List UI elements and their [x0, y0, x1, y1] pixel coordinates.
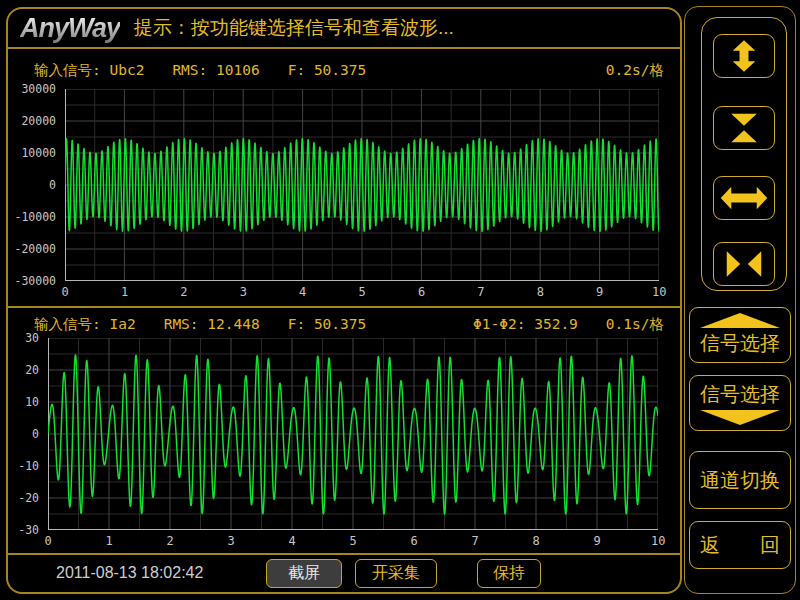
rms-value: RMS: 10106: [172, 62, 259, 78]
timebase-value: 0.2s/格: [606, 61, 664, 80]
y-tick-label: 30000: [21, 82, 56, 96]
expand-vertical-button[interactable]: [713, 34, 775, 78]
waveform-plot: [48, 338, 658, 530]
waveform-panel-voltage: 输入信号: Ubc2 RMS: 10106 F: 50.375 0.2s/格 3…: [8, 49, 680, 308]
zoom-button-group: [701, 17, 787, 291]
compress-horizontal-button[interactable]: [713, 242, 775, 286]
y-tick-label: -10000: [14, 210, 56, 224]
start-capture-button[interactable]: 开采集: [355, 559, 437, 588]
y-tick-label: 20000: [21, 114, 56, 128]
frequency-value: F: 50.375: [288, 62, 367, 78]
signal-label: 输入信号: Ia2: [34, 315, 136, 334]
signal-select-up-label: 信号选择: [700, 330, 780, 357]
compress-vertical-button[interactable]: [713, 106, 775, 150]
x-tick-label: 2: [180, 285, 187, 299]
screenshot-button[interactable]: 截屏: [266, 559, 342, 588]
expand-horizontal-button[interactable]: [713, 176, 775, 220]
compress-vertical-icon: [720, 111, 768, 145]
x-tick-label: 9: [596, 285, 603, 299]
expand-vertical-icon: [720, 39, 768, 73]
waveform-plot: [65, 89, 659, 281]
y-tick-label: 0: [49, 178, 56, 192]
x-tick-label: 5: [359, 285, 366, 299]
phase-difference-value: Φ1-Φ2: 352.9: [473, 316, 578, 332]
y-tick-label: 0: [32, 427, 39, 441]
x-tick-label: 10: [651, 534, 665, 548]
waveform-canvas: [48, 338, 658, 530]
signal-select-down-label: 信号选择: [700, 381, 780, 408]
y-axis-labels: 3020100-10-20-30: [8, 338, 43, 530]
y-tick-label: 20: [25, 363, 39, 377]
signal-label: 输入信号: Ubc2: [34, 61, 144, 80]
sidebar: 信号选择 信号选择 通道切换 返 回: [684, 6, 796, 594]
x-tick-label: 4: [289, 534, 296, 548]
y-tick-label: 10000: [21, 146, 56, 160]
x-tick-label: 0: [45, 534, 52, 548]
waveform-canvas: [65, 89, 659, 281]
x-tick-label: 3: [228, 534, 235, 548]
anyway-logo: AnyWay: [20, 13, 120, 44]
x-tick-label: 3: [240, 285, 247, 299]
panel-header: 输入信号: Ia2 RMS: 12.448 F: 50.375 Φ1-Φ2: 3…: [34, 315, 664, 334]
x-tick-label: 1: [121, 285, 128, 299]
x-tick-label: 8: [537, 285, 544, 299]
y-tick-label: -30: [18, 523, 39, 537]
title-bar: AnyWay 提示：按功能键选择信号和查看波形...: [8, 9, 680, 49]
signal-select-up-button[interactable]: 信号选择: [689, 307, 791, 363]
x-tick-label: 8: [533, 534, 540, 548]
hold-button[interactable]: 保持: [477, 559, 541, 588]
y-tick-label: -30000: [14, 274, 56, 288]
waveform-panel-current: 输入信号: Ia2 RMS: 12.448 F: 50.375 Φ1-Φ2: 3…: [8, 308, 680, 555]
x-tick-label: 5: [350, 534, 357, 548]
x-tick-label: 7: [472, 534, 479, 548]
return-label: 返 回: [700, 532, 780, 559]
x-tick-label: 4: [299, 285, 306, 299]
hint-text: 提示：按功能键选择信号和查看波形...: [134, 15, 454, 41]
frequency-value: F: 50.375: [288, 316, 367, 332]
rms-value: RMS: 12.448: [164, 316, 260, 332]
triangle-down-icon: [700, 410, 780, 425]
compress-horizontal-icon: [720, 247, 768, 281]
y-tick-label: -20000: [14, 242, 56, 256]
status-bar: 2011-08-13 18:02:42 截屏 开采集 保持: [8, 555, 680, 594]
timebase-value: 0.1s/格: [606, 315, 664, 334]
main-display-area: AnyWay 提示：按功能键选择信号和查看波形... 输入信号: Ubc2 RM…: [6, 7, 682, 594]
channel-switch-button[interactable]: 通道切换: [689, 451, 791, 509]
x-tick-label: 1: [106, 534, 113, 548]
x-tick-label: 6: [418, 285, 425, 299]
signal-select-down-button[interactable]: 信号选择: [689, 375, 791, 431]
x-tick-label: 6: [411, 534, 418, 548]
y-axis-labels: 3000020000100000-10000-20000-30000: [8, 89, 60, 281]
x-tick-label: 10: [652, 285, 666, 299]
x-tick-label: 7: [477, 285, 484, 299]
triangle-up-icon: [700, 313, 780, 328]
y-tick-label: 30: [25, 331, 39, 345]
timestamp: 2011-08-13 18:02:42: [56, 564, 203, 582]
y-tick-label: -10: [18, 459, 39, 473]
panel-header: 输入信号: Ubc2 RMS: 10106 F: 50.375 0.2s/格: [34, 61, 664, 80]
x-tick-label: 2: [167, 534, 174, 548]
channel-switch-label: 通道切换: [700, 467, 780, 494]
y-tick-label: 10: [25, 395, 39, 409]
y-tick-label: -20: [18, 491, 39, 505]
return-button[interactable]: 返 回: [689, 521, 791, 569]
expand-horizontal-icon: [720, 181, 768, 215]
x-tick-label: 0: [62, 285, 69, 299]
x-tick-label: 9: [594, 534, 601, 548]
device-screen: AnyWay 提示：按功能键选择信号和查看波形... 输入信号: Ubc2 RM…: [0, 0, 800, 600]
